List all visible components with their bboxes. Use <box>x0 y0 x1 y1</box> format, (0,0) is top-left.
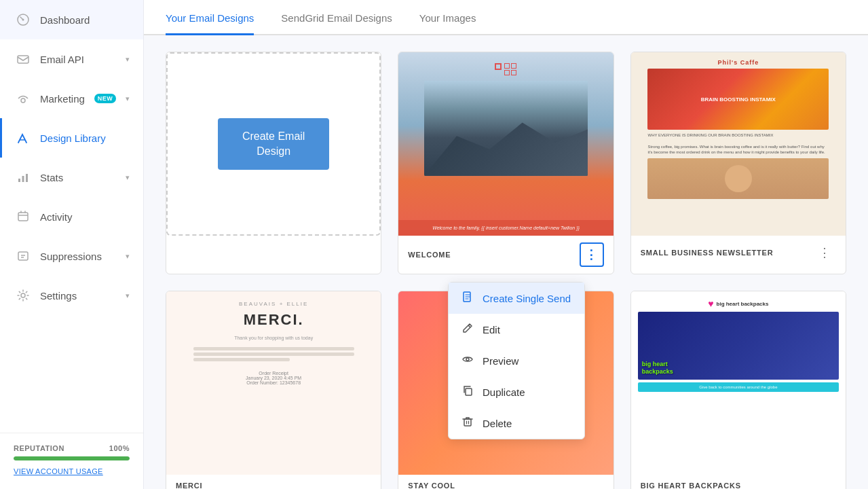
marketing-badge: NEW <box>94 94 117 103</box>
bigheart-card-preview: ♥ big heart backpacks big heartbackpacks… <box>631 291 846 475</box>
sidebar-item-settings[interactable]: Settings ▾ <box>0 276 143 315</box>
reputation-label: REPUTATION <box>14 444 64 452</box>
sidebar-item-suppressions[interactable]: Suppressions ▾ <box>0 236 143 276</box>
bh-logo: ♥ big heart backpacks <box>638 298 839 309</box>
svg-point-1 <box>22 19 24 21</box>
tabs-bar: Your Email Designs SendGrid Email Design… <box>144 0 868 35</box>
eye-icon <box>462 354 473 367</box>
sidebar-item-label-email-api: Email API <box>40 54 116 65</box>
sidebar: Dashboard Email API ▾ Marketing NEW ▾ <box>0 0 144 489</box>
bh-overlay-text: big heartbackpacks <box>642 361 673 376</box>
dropdown-create-single-send[interactable]: Create Single Send <box>449 283 584 314</box>
merci-line-3 <box>193 358 290 361</box>
suppressions-arrow: ▾ <box>126 252 130 261</box>
sidebar-item-label-marketing: Marketing <box>40 93 85 105</box>
email-api-icon <box>16 52 31 67</box>
dropdown-edit[interactable]: Edit <box>449 314 584 345</box>
sidebar-item-marketing[interactable]: Marketing NEW ▾ <box>0 79 143 118</box>
phils-hero-text: BRAIN BOOSTING INSTAMIX <box>701 96 776 103</box>
sidebar-item-label-dashboard: Dashboard <box>40 14 130 26</box>
sidebar-item-stats[interactable]: Stats ▾ <box>0 158 143 197</box>
bh-hero-image: big heartbackpacks <box>638 312 839 380</box>
create-design-card: Create EmailDesign <box>166 52 381 274</box>
bh-footer-text: Give back to communities around the glob… <box>638 382 839 392</box>
context-dropdown-menu: Create Single Send Edit Preview Duplicat… <box>448 282 585 439</box>
dropdown-duplicate[interactable]: Duplicate <box>449 376 584 408</box>
merci-title: MERCI. <box>244 311 304 329</box>
activity-icon <box>16 209 31 224</box>
stats-arrow: ▾ <box>126 173 130 182</box>
welcome-logo <box>495 63 516 75</box>
svg-rect-2 <box>18 56 29 63</box>
marketing-icon <box>16 91 31 106</box>
phils-body-text: WHY EVERYONE IS DRINKING OUR BRAIN BOOST… <box>647 132 829 156</box>
reputation-value: 100% <box>109 444 130 452</box>
phils-card-preview: Phil's Caffe BRAIN BOOSTING INSTAMIX WHY… <box>631 52 846 236</box>
welcome-card-preview: Welcome to the family, {{ insert custome… <box>398 52 613 236</box>
welcome-label-text: WELCOME <box>408 251 451 259</box>
tab-your-images[interactable]: Your Images <box>419 0 476 35</box>
sidebar-item-design-library[interactable]: Design Library <box>0 118 143 158</box>
logo-grid <box>504 63 516 75</box>
dropdown-delete-label: Delete <box>483 418 512 429</box>
merci-design-card: BEAUVAIS + ELLIE MERCI. Thank you for sh… <box>166 291 381 489</box>
dropdown-preview-label: Preview <box>483 355 518 367</box>
phils-top-text: Phil's Caffe <box>718 59 759 66</box>
merci-line-1 <box>193 347 354 350</box>
small-business-label-text: SMALL BUSINESS NEWSLETTER <box>641 249 774 257</box>
logo-square <box>495 63 502 70</box>
welcome-footer-text: Welcome to the family, {{ insert custome… <box>398 220 613 236</box>
dropdown-preview[interactable]: Preview <box>449 345 584 376</box>
sidebar-item-dashboard[interactable]: Dashboard <box>0 0 143 39</box>
heart-icon: ♥ <box>708 298 713 309</box>
tab-your-email-designs[interactable]: Your Email Designs <box>166 0 254 35</box>
face-circle <box>725 165 752 192</box>
dropdown-delete[interactable]: Delete <box>449 408 584 439</box>
merci-card-preview: BEAUVAIS + ELLIE MERCI. Thank you for sh… <box>166 291 381 475</box>
view-account-usage-link[interactable]: VIEW ACCOUNT USAGE <box>14 467 130 475</box>
design-library-icon <box>16 130 31 145</box>
svg-rect-7 <box>18 213 28 221</box>
mountain-image <box>424 81 588 176</box>
phils-more-options-button[interactable]: ⋮ <box>813 242 836 263</box>
svg-point-11 <box>21 293 25 297</box>
phils-card-label: SMALL BUSINESS NEWSLETTER ⋮ <box>631 236 846 270</box>
reputation-section: REPUTATION 100% VIEW ACCOUNT USAGE <box>0 433 143 489</box>
copy-icon <box>462 385 473 399</box>
phils-face-image <box>647 158 829 199</box>
sidebar-item-label-settings: Settings <box>40 290 116 302</box>
svg-rect-4 <box>18 179 20 182</box>
sidebar-item-label-design-library: Design Library <box>40 132 130 144</box>
welcome-more-options-button[interactable]: ⋮ <box>580 242 604 267</box>
settings-arrow: ▾ <box>126 291 130 300</box>
svg-rect-15 <box>464 419 471 426</box>
welcome-design-card: Welcome to the family, {{ insert custome… <box>398 52 614 274</box>
staycool-card-label: STAY COOL <box>398 475 613 489</box>
tab-sendgrid-email-designs[interactable]: SendGrid Email Designs <box>281 0 392 35</box>
dashboard-icon <box>16 12 31 27</box>
suppressions-icon <box>16 249 31 264</box>
mountain-silhouette <box>424 109 588 176</box>
phils-card-image: Phil's Caffe BRAIN BOOSTING INSTAMIX WHY… <box>631 52 846 236</box>
sidebar-item-label-stats: Stats <box>40 172 116 183</box>
sidebar-item-label-activity: Activity <box>40 211 130 223</box>
marketing-arrow: ▾ <box>126 94 130 103</box>
bh-logo-text: big heart backpacks <box>717 301 769 307</box>
sidebar-item-email-api[interactable]: Email API ▾ <box>0 39 143 79</box>
svg-point-3 <box>21 98 25 103</box>
create-card-area: Create EmailDesign <box>166 52 381 236</box>
svg-rect-8 <box>18 252 28 260</box>
pencil-icon <box>462 323 473 336</box>
create-email-design-button[interactable]: Create EmailDesign <box>218 118 329 170</box>
merci-order-info: Order Receipt January 23, 2020 4:45 PM O… <box>246 371 301 385</box>
merci-line-2 <box>193 352 354 356</box>
phils-hero-image: BRAIN BOOSTING INSTAMIX <box>647 69 829 130</box>
email-api-arrow: ▾ <box>126 55 130 64</box>
merci-header: BEAUVAIS + ELLIE <box>239 301 308 307</box>
reputation-bar <box>14 456 130 460</box>
dropdown-create-single-send-label: Create Single Send <box>483 293 571 304</box>
sidebar-item-activity[interactable]: Activity <box>0 197 143 236</box>
sidebar-item-label-suppressions: Suppressions <box>40 251 116 262</box>
merci-card-label: MERCI <box>166 475 381 489</box>
svg-rect-5 <box>22 176 24 182</box>
